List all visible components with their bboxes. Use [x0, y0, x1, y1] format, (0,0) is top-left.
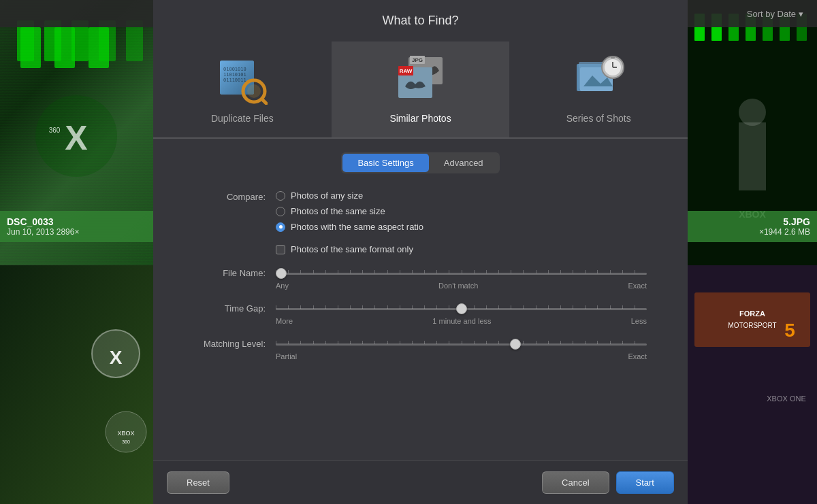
file-name-label-center: Don't match	[438, 282, 478, 290]
file-name-label: File Name:	[194, 267, 276, 278]
matching-level-track: for(let i=0;i<30;i++) document.write('<d…	[276, 337, 647, 351]
mode-series-of-shots[interactable]: Series of Shots	[509, 41, 688, 137]
photo-label-left: DSC_0033 Jun 10, 2013 2896×	[0, 211, 153, 242]
radio-any-size-circle	[276, 191, 285, 201]
tab-advanced[interactable]: Advanced	[429, 154, 498, 172]
format-checkbox-row: Photos of the same format only	[194, 244, 647, 254]
button-row: Reset Cancel Start	[153, 460, 688, 504]
svg-rect-24	[739, 122, 766, 190]
dialog-overlay: What to Find? 01001010 11	[153, 0, 688, 504]
mode-selector-row: 01001010 11010101 01110011 Duplicate Fil…	[153, 41, 688, 138]
right-buttons: Cancel Start	[542, 471, 674, 494]
duplicate-files-label: Duplicate Files	[211, 113, 274, 124]
svg-text:FORZA: FORZA	[739, 309, 765, 318]
sort-label: Sort by Date	[747, 9, 796, 19]
svg-rect-9	[0, 265, 153, 504]
mode-content-divider	[153, 138, 688, 139]
file-name-track: for(let i=0;i<30;i++) document.write('<d…	[276, 267, 647, 280]
matching-level-slider-labels: Partial Exact	[276, 352, 647, 360]
svg-point-5	[35, 95, 117, 177]
series-of-shots-label: Series of Shots	[566, 113, 631, 124]
svg-text:01001010: 01001010	[223, 67, 246, 72]
chevron-down-icon: ▾	[799, 9, 803, 19]
radio-same-aspect-label: Photos with the same aspect ratio	[291, 222, 423, 232]
compare-section: Compare: Photos of any size Photos of th…	[194, 190, 647, 232]
format-checkbox-box	[276, 245, 285, 254]
cancel-button[interactable]: Cancel	[542, 471, 609, 494]
similar-photos-label: Similar Photos	[389, 113, 451, 124]
svg-text:XBOX: XBOX	[117, 430, 134, 437]
radio-same-size-circle	[276, 207, 285, 216]
photo-label-right: 5.JPG ×1944 2.6 MB	[688, 211, 817, 242]
tab-row: Basic Settings Advanced	[341, 152, 499, 173]
time-gap-slider-wrap: for(let i=0;i<30;i++) document.write('<d…	[276, 302, 647, 325]
matching-level-slider-input[interactable]	[276, 343, 647, 346]
svg-rect-56	[611, 56, 615, 58]
format-checkbox[interactable]: Photos of the same format only	[276, 244, 413, 254]
right-filename: 5.JPG	[694, 216, 810, 227]
sort-button[interactable]: Sort by Date ▾	[747, 9, 803, 19]
svg-text:JPG: JPG	[412, 57, 423, 63]
mode-duplicate-files[interactable]: 01001010 11010101 01110011 Duplicate Fil…	[153, 41, 332, 137]
svg-text:01110011: 01110011	[223, 78, 246, 83]
radio-same-aspect-circle	[276, 222, 285, 232]
time-gap-slider-row: Time Gap: for(let i=0;i<30;i++) document…	[194, 302, 647, 325]
time-gap-label-center: 1 minute and less	[432, 317, 491, 325]
time-gap-label-right: Less	[631, 317, 647, 325]
series-of-shots-icon	[571, 52, 626, 106]
svg-text:360: 360	[49, 127, 61, 134]
radio-any-size-label: Photos of any size	[291, 190, 363, 201]
svg-text:MOTORSPORT: MOTORSPORT	[728, 322, 776, 329]
matching-level-label-left: Partial	[276, 352, 297, 360]
compare-options: Photos of any size Photos of the same si…	[276, 190, 423, 232]
bg-left-bottom: X XBOX 360 Two free games per month for …	[0, 265, 153, 504]
right-info: ×1944 2.6 MB	[694, 227, 810, 237]
svg-text:5: 5	[784, 320, 795, 341]
svg-point-40	[247, 84, 261, 98]
matching-level-slider-wrap: for(let i=0;i<30;i++) document.write('<d…	[276, 337, 647, 360]
mode-similar-photos[interactable]: JPG RAW Similar Photos	[332, 41, 510, 137]
file-name-label-right: Exact	[628, 282, 647, 290]
left-filename: DSC_0033	[7, 216, 146, 227]
compare-label: Compare:	[194, 190, 276, 202]
dialog-title: What to Find?	[382, 14, 458, 28]
time-gap-slider-labels: More 1 minute and less Less	[276, 317, 647, 325]
time-gap-label-left: More	[276, 317, 293, 325]
duplicate-files-icon: 01001010 11010101 01110011	[215, 52, 270, 106]
format-checkbox-label: Photos of the same format only	[291, 244, 413, 254]
svg-text:X: X	[110, 347, 123, 368]
tab-basic-settings[interactable]: Basic Settings	[342, 154, 428, 172]
start-button[interactable]: Start	[616, 471, 674, 494]
reset-button[interactable]: Reset	[167, 471, 229, 494]
file-name-slider-wrap: for(let i=0;i<30;i++) document.write('<d…	[276, 267, 647, 290]
settings-content: Compare: Photos of any size Photos of th…	[153, 190, 688, 373]
left-date: Jun 10, 2013 2896×	[7, 227, 146, 237]
svg-line-41	[262, 99, 266, 103]
svg-text:11010101: 11010101	[223, 72, 246, 78]
matching-level-label-right: Exact	[628, 352, 647, 360]
svg-text:RAW: RAW	[400, 68, 413, 74]
radio-any-size[interactable]: Photos of any size	[276, 190, 423, 201]
radio-same-size[interactable]: Photos of the same size	[276, 206, 423, 216]
file-name-slider-labels: Any Don't match Exact	[276, 282, 647, 290]
time-gap-label: Time Gap:	[194, 302, 276, 314]
matching-level-label: Matching Level:	[194, 337, 276, 349]
similar-photos-icon: JPG RAW	[394, 52, 448, 106]
time-gap-slider-input[interactable]	[276, 308, 647, 310]
file-name-slider-row: File Name: for(let i=0;i<30;i++) documen…	[194, 267, 647, 290]
time-gap-track: for(let i=0;i<30;i++) document.write('<d…	[276, 302, 647, 316]
svg-point-25	[739, 99, 766, 126]
svg-text:XBOX ONE: XBOX ONE	[767, 394, 805, 403]
radio-same-size-label: Photos of the same size	[291, 206, 385, 216]
svg-text:360: 360	[122, 439, 130, 444]
svg-text:X: X	[65, 119, 87, 157]
radio-same-aspect[interactable]: Photos with the same aspect ratio	[276, 222, 423, 232]
matching-level-slider-row: Matching Level: for(let i=0;i<30;i++) do…	[194, 337, 647, 360]
file-name-slider-input[interactable]	[276, 273, 647, 275]
file-name-label-left: Any	[276, 282, 289, 290]
bg-right-bottom: FORZA MOTORSPORT 5 XBOX ONE	[688, 265, 817, 504]
